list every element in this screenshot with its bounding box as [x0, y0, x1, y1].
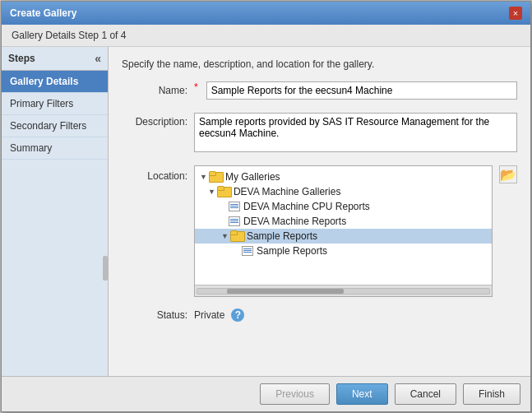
sidebar-item-label: Summary [10, 142, 52, 154]
folder-icon [230, 230, 243, 242]
scrollbar-track [197, 288, 490, 295]
close-button[interactable]: × [509, 7, 522, 20]
main-panel: Specify the name, description, and locat… [109, 47, 530, 376]
sidebar-item-primary-filters[interactable]: Primary Filters [2, 93, 108, 115]
name-row: Name: * [122, 81, 517, 100]
report-icon [229, 202, 240, 211]
footer: Previous Next Cancel Finish [2, 376, 530, 411]
cancel-button[interactable]: Cancel [395, 383, 456, 405]
create-gallery-dialog: Create Gallery × Gallery Details Step 1 … [1, 1, 531, 412]
sidebar: Steps « Gallery Details Primary Filters … [2, 47, 109, 376]
tree-item-my-galleries[interactable]: ▼ My Galleries [195, 169, 492, 184]
location-tree[interactable]: ▼ My Galleries ▼ DEVA Machine Galleries [194, 165, 493, 297]
tree-item-sample-reports-item[interactable]: ▶ Sample Reports [195, 244, 492, 258]
content-area: Steps « Gallery Details Primary Filters … [2, 47, 530, 376]
report-icon [229, 216, 240, 226]
sidebar-divider [2, 160, 108, 376]
tree-label: DEVA Machine Galleries [234, 186, 341, 197]
steps-label: Steps [8, 53, 35, 64]
folder-open-icon: 📂 [500, 167, 516, 183]
tree-arrow: ▼ [221, 232, 229, 240]
sidebar-item-secondary-filters[interactable]: Secondary Filters [2, 115, 108, 137]
sidebar-item-label: Gallery Details [10, 76, 78, 87]
location-label: Location: [122, 165, 187, 182]
next-button[interactable]: Next [336, 383, 388, 405]
tree-label: DEVA Machine Reports [243, 216, 346, 227]
sidebar-item-gallery-details[interactable]: Gallery Details [2, 71, 108, 93]
description-input[interactable]: Sample reports provided by SAS IT Resour… [194, 113, 517, 152]
step-header: Gallery Details Step 1 of 4 [2, 25, 530, 47]
title-bar: Create Gallery × [2, 2, 530, 25]
tree-label: My Galleries [225, 171, 280, 183]
folder-icon [217, 186, 230, 197]
tree-item-deva-galleries[interactable]: ▼ DEVA Machine Galleries [195, 184, 492, 199]
tree-label: DEVA Machine CPU Reports [243, 201, 370, 212]
finish-button[interactable]: Finish [463, 383, 520, 405]
status-value: Private [194, 309, 224, 321]
location-row: Location: ▼ My Galleries ▼ DE [122, 165, 517, 297]
sidebar-item-label: Secondary Filters [10, 120, 86, 132]
sidebar-header: Steps « [2, 47, 108, 71]
tree-arrow: ▼ [200, 173, 207, 181]
sidebar-item-summary[interactable]: Summary [2, 137, 108, 160]
status-label: Status: [122, 309, 187, 321]
scrollbar-thumb[interactable] [227, 289, 344, 294]
collapse-icon[interactable]: « [95, 52, 101, 65]
status-row: Status: Private ? [122, 309, 517, 322]
sidebar-item-label: Primary Filters [10, 98, 73, 109]
tree-label: Sample Reports [257, 245, 327, 257]
report-icon [242, 246, 253, 256]
help-label: ? [235, 309, 241, 321]
dialog-title: Create Gallery [10, 7, 76, 19]
description-label: Description: [122, 113, 187, 128]
tree-item-sample-reports-folder[interactable]: ▼ Sample Reports [195, 229, 492, 244]
step-info: Gallery Details Step 1 of 4 [12, 30, 126, 41]
tree-item-deva-machine-reports[interactable]: ▶ DEVA Machine Reports [195, 214, 492, 229]
name-label: Name: [122, 81, 187, 96]
previous-button[interactable]: Previous [260, 383, 330, 405]
instruction-text: Specify the name, description, and locat… [122, 58, 517, 70]
tree-arrow: ▼ [208, 188, 215, 196]
required-star: * [194, 81, 198, 93]
resize-handle[interactable] [103, 256, 108, 281]
description-row: Description: Sample reports provided by … [122, 113, 517, 152]
folder-icon [209, 171, 222, 183]
name-input[interactable] [206, 81, 517, 100]
status-help-icon[interactable]: ? [231, 309, 244, 322]
tree-horizontal-scrollbar[interactable] [195, 285, 492, 296]
tree-content: ▼ My Galleries ▼ DEVA Machine Galleries [195, 166, 492, 285]
tree-label: Sample Reports [247, 230, 317, 242]
tree-item-deva-cpu[interactable]: ▶ DEVA Machine CPU Reports [195, 199, 492, 214]
browse-location-button[interactable]: 📂 [499, 165, 517, 183]
